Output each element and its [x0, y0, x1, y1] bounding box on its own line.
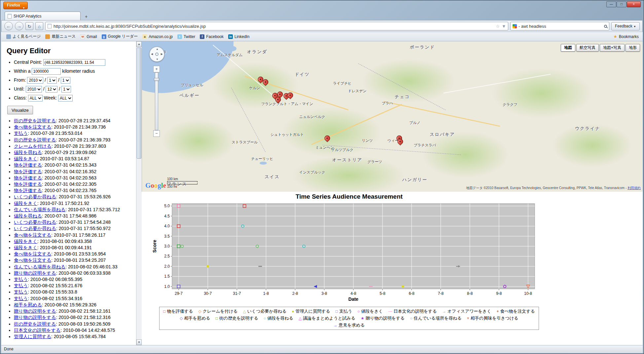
pan-right-arrow[interactable]: ▶ — [161, 53, 163, 56]
result-link[interactable]: 贈り物の説明をする — [14, 315, 56, 320]
url-dropdown-icon[interactable]: ▼ — [502, 24, 506, 29]
result-link[interactable]: 物を評価する — [14, 169, 42, 174]
map-zoom-control[interactable]: + − — [153, 66, 160, 137]
result-link[interactable]: 食べ物を注文する — [14, 124, 51, 130]
map-type-button[interactable]: 航空写真 — [576, 44, 599, 52]
result-link[interactable]: 物を評価する — [14, 188, 42, 193]
result-link[interactable]: 支払う — [14, 289, 28, 295]
close-button[interactable]: × — [627, 1, 641, 7]
bookmark-item[interactable]: 最新ニュース — [43, 33, 78, 40]
zoom-in-button[interactable]: + — [153, 66, 160, 72]
pan-up-arrow[interactable]: ▲ — [156, 48, 159, 51]
result-link[interactable]: 管理人に質問する — [14, 334, 51, 339]
result-link[interactable]: 物を評価する — [14, 181, 42, 187]
radius-input[interactable] — [32, 68, 61, 75]
result-link[interactable]: クレームを付ける — [14, 143, 52, 149]
result-link[interactable]: 住んでいる場所を尋ねる — [14, 207, 65, 212]
reload-button[interactable]: ↻ — [25, 22, 33, 30]
left-scrollbar[interactable]: ▲ ▼ — [136, 41, 142, 345]
until-year-select[interactable]: 2010 — [26, 86, 42, 93]
result-link[interactable]: 街の歴史を説明する — [14, 321, 56, 327]
result-link[interactable]: 街の歴史を説明する — [14, 137, 56, 142]
result-link[interactable]: 物を評価する — [14, 162, 42, 168]
pan-left-arrow[interactable]: ◀ — [151, 53, 153, 56]
bookmark-item[interactable]: MGmail — [78, 33, 99, 40]
result-link[interactable]: 値段をきく — [14, 245, 37, 250]
result-link[interactable]: 贈り物の説明をする — [14, 270, 56, 276]
bookmarks-menu-button[interactable]: ★ Bookmarks — [613, 34, 640, 39]
url-text[interactable]: http://joinsee.mdbl.sfc.keio.ac.jp:8080/… — [54, 24, 494, 29]
scroll-down-arrow[interactable]: ▼ — [136, 339, 142, 345]
class-select[interactable]: ALL — [28, 95, 43, 101]
search-input[interactable]: - awt headless — [519, 24, 602, 29]
result-link[interactable]: 物を評価する — [14, 175, 42, 180]
bookmark-item[interactable]: fFacebook — [197, 33, 226, 40]
map-type-button[interactable]: 地図+写真 — [600, 44, 625, 52]
result-link[interactable]: 食べ物を注文する — [14, 251, 51, 256]
bookmark-star-icon[interactable]: ☆ — [496, 24, 500, 29]
result-link[interactable]: 値段をきく — [14, 201, 37, 206]
result-link[interactable]: 支払う — [14, 296, 28, 301]
search-engine-icon[interactable] — [513, 24, 517, 28]
firefox-menu-button[interactable]: Firefox ▼ — [3, 2, 28, 9]
bookmark-item[interactable]: tTwitter — [175, 33, 197, 40]
feedback-button[interactable]: Feedback ▼ — [611, 22, 640, 30]
forward-button[interactable]: → — [15, 22, 23, 30]
map-type-button[interactable]: 地図 — [561, 44, 575, 52]
result-item: 贈り物の説明をする: 2010-08-02 06:03:33.938 — [14, 270, 135, 276]
home-button[interactable]: ⌂ — [35, 22, 43, 30]
result-link[interactable]: 贈り物の説明をする — [14, 308, 56, 314]
maximize-button[interactable]: □ — [617, 1, 626, 7]
search-bar[interactable]: - awt headless — [510, 22, 609, 30]
minimize-button[interactable]: — — [606, 1, 616, 7]
map-type-button[interactable]: 地形 — [626, 44, 640, 52]
bookmark-item[interactable]: aAmazon.co.jp — [140, 33, 175, 40]
until-day-select[interactable]: 1 — [61, 86, 71, 93]
zoom-out-button[interactable]: − — [153, 130, 160, 137]
result-link[interactable]: 相手を慰める — [14, 302, 42, 307]
zoom-slider-track[interactable] — [155, 72, 158, 130]
terms-link[interactable]: 利用規約 — [627, 186, 641, 190]
scrollbar-track[interactable] — [136, 47, 142, 339]
url-bar[interactable]: http://joinsee.mdbl.sfc.keio.ac.jp:8080/… — [45, 22, 508, 30]
result-link[interactable]: 値段をきく — [14, 156, 37, 161]
from-month-select[interactable]: 1 — [47, 77, 57, 84]
map-pan-control[interactable]: ▲ ▼ ◀ ▶ — [149, 47, 164, 62]
result-link[interactable]: 支払う — [14, 277, 28, 282]
map[interactable]: ▲ ▼ ◀ ▶ + − 地図航空写真地図+写真地形 Google 100 km — [142, 41, 643, 192]
result-link[interactable]: 値段をきく — [14, 239, 37, 244]
pan-down-arrow[interactable]: ▼ — [156, 58, 159, 61]
back-button[interactable]: ← — [4, 22, 13, 30]
visualize-button[interactable]: Visualize — [7, 106, 33, 114]
scroll-up-arrow[interactable]: ▲ — [136, 41, 142, 47]
from-year-select[interactable]: 2010 — [27, 77, 43, 84]
week-select[interactable]: ALL — [58, 95, 73, 101]
result-link[interactable]: いくつ必要か尋ねる — [14, 194, 56, 199]
result-link[interactable]: 値段を尋ねる — [14, 213, 42, 218]
new-tab-button[interactable]: + — [82, 13, 90, 20]
title-bar[interactable]: Firefox ▼ — □ × — [1, 0, 643, 10]
bookmark-item[interactable]: gGoogle リーダー — [99, 33, 140, 40]
result-link[interactable]: 街の歴史を説明する — [14, 118, 56, 123]
from-day-select[interactable]: 1 — [61, 77, 70, 84]
until-month-select[interactable]: 12 — [46, 86, 57, 93]
result-link[interactable]: 値段を尋ねる — [14, 150, 42, 155]
bookmark-item[interactable]: よく見るページ — [4, 33, 43, 40]
tab-shgp-analytics[interactable]: SHGP Analytics — [5, 12, 81, 20]
result-link[interactable]: いくつ必要か尋ねる — [14, 226, 56, 231]
result-link[interactable]: 食べ物を注文する — [14, 257, 51, 263]
result-link[interactable]: 支払う — [14, 131, 28, 136]
result-link[interactable]: 支払う — [14, 283, 28, 288]
bookmark-item[interactable]: inLinkedIn — [226, 33, 252, 40]
scrollbar-thumb[interactable] — [137, 48, 141, 159]
result-link[interactable]: 日本文化の説明をする — [14, 328, 60, 333]
chevron-down-icon: ▼ — [633, 25, 636, 28]
result-link[interactable]: いくつ必要か尋ねる — [14, 219, 56, 225]
result-link[interactable]: 食べ物を注文する — [14, 232, 51, 238]
x-tick-label: 7-8 — [438, 291, 444, 296]
result-link[interactable]: 住んでいる場所を尋ねる — [14, 264, 65, 269]
search-icon[interactable] — [604, 25, 607, 28]
pan-center-button[interactable] — [155, 53, 159, 56]
central-point-input[interactable] — [43, 59, 105, 66]
zoom-slider-thumb[interactable] — [154, 78, 159, 81]
